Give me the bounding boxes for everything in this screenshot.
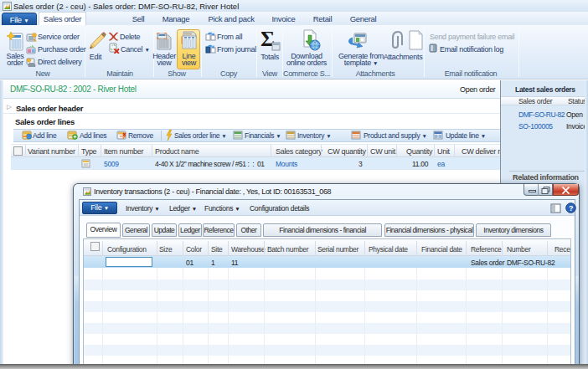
- svg-text:?: ?: [569, 204, 573, 213]
